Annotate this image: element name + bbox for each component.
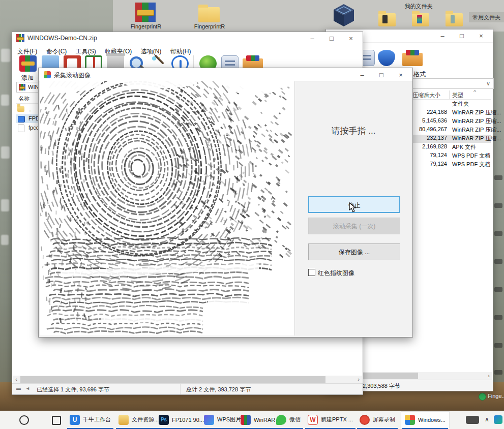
fingerprint-app-tray-icon[interactable] [479, 393, 486, 401]
address-dropdown-icon[interactable]: ∨ [486, 79, 490, 88]
close-button[interactable]: × [471, 29, 491, 42]
minimize-button[interactable]: – [433, 29, 452, 42]
desktop-edge-item [494, 203, 502, 208]
status-sound-icon: ◄ [25, 386, 30, 391]
panel-title: 我的文件夹 [396, 3, 441, 10]
desktop-icon-fingerprint-folder[interactable] [197, 4, 221, 23]
folder-content-decoration [417, 15, 422, 23]
taskbar-app-label: 屏幕录制 [373, 416, 395, 423]
desktop-edge-item [494, 370, 502, 375]
desktop-edge-icon [1, 95, 9, 106]
folder-content-decoration [382, 15, 388, 23]
sfx-box-icon[interactable] [402, 53, 423, 66]
search-icon[interactable] [19, 415, 29, 425]
cell-type: APK 文件 [452, 143, 476, 151]
right-status-text: 2,303,588 字节 [363, 382, 400, 390]
add-button-label: 添加 [21, 74, 34, 82]
photoshop-icon: Ps [159, 415, 169, 425]
desktop-edge-item [494, 287, 502, 292]
desktop-edge-icon [1, 146, 10, 159]
cell-type: WinRAR ZIP 压缩... [452, 135, 501, 142]
desktop-edge-item [494, 259, 502, 264]
panel-divider [294, 81, 295, 335]
window-title: WINDOWS-Demo-CN.zip [27, 35, 97, 42]
main-horizontal-scrollbar[interactable]: ‹ › [13, 376, 362, 383]
dialog-close-button[interactable]: × [391, 69, 410, 81]
taskbar-app-wechat[interactable]: 微信 [273, 411, 304, 428]
mouse-cursor [349, 202, 357, 212]
file-explorer-icon [118, 415, 129, 425]
wps-image-icon [204, 415, 214, 425]
fingerprint-image [40, 81, 294, 335]
maximize-button[interactable]: □ [452, 29, 471, 42]
sort-ascending-icon: ^ [473, 89, 476, 95]
total-status-text: 总计 2 文件, 393,728 字节 [186, 386, 251, 393]
desktop-edge-item [494, 231, 502, 236]
desktop-edge-item [494, 315, 502, 320]
cell-type: WPS PDF 文档 [452, 152, 490, 160]
save-image-button[interactable]: 保存图像 ... [308, 243, 400, 260]
menu-file[interactable]: 文件(F) [17, 48, 37, 55]
status-disk-icon: ▬ [16, 386, 21, 391]
taskbar-app-label: Windows... [418, 417, 446, 423]
name-column-header[interactable]: 名称 [18, 95, 29, 103]
screen-record-icon [360, 415, 370, 425]
taskbar: U 千牛工作台 文件资源... Ps FP1071 90... WPS图片 Wi… [0, 411, 504, 429]
protect-shield-icon[interactable] [378, 50, 395, 66]
scrollbar-thumb[interactable] [20, 376, 325, 383]
menu-help[interactable]: 帮助(H) [170, 48, 191, 55]
dialog-minimize-button[interactable]: – [352, 69, 372, 81]
taskbar-app-label: 千牛工作台 [83, 416, 111, 423]
taskbar-app-label: 微信 [289, 416, 301, 423]
desktop-icon-label: FingerprintR [188, 23, 231, 29]
taskbar-app-screen-record[interactable]: 屏幕录制 [356, 411, 399, 428]
tray-edge-icon[interactable] [494, 415, 502, 424]
desktop-edge-item [494, 175, 502, 180]
tray-recorder-icon[interactable] [466, 416, 479, 424]
column-divider [449, 90, 450, 99]
task-view-icon[interactable] [52, 416, 61, 425]
cell-type: 文件夹 [452, 100, 469, 108]
checkbox-box[interactable] [308, 269, 315, 276]
wps-icon: W [308, 415, 318, 425]
taskbar-app-photoshop[interactable]: Ps FP1071 90... [155, 411, 207, 428]
taskbar-app-qianniu[interactable]: U 千牛工作台 [66, 411, 114, 428]
desktop-icon-fingerprint-archive[interactable] [134, 3, 157, 23]
add-archive-button[interactable] [19, 55, 37, 72]
maximize-button[interactable]: □ [322, 32, 341, 45]
scroll-right-arrow[interactable]: › [355, 376, 362, 383]
folder-icon [17, 106, 24, 112]
desktop-icon-label: FingerprintR [125, 23, 167, 29]
cell-type: WPS PDF 文档 [452, 161, 490, 168]
winrar-archive-icon [135, 3, 156, 22]
windows-app-icon [405, 415, 415, 425]
dialog-titlebar[interactable]: 采集滚动图像 – □ × [39, 68, 412, 82]
scroll-left-arrow[interactable]: ‹ [13, 376, 20, 383]
desktop-edge-icon [1, 199, 9, 211]
menu-tools[interactable]: 工具(S) [76, 48, 96, 55]
taskbar-app-windows-active[interactable]: Windows... [401, 411, 450, 428]
status-divider [180, 384, 181, 394]
taskbar-app-label: 新建PPTX ... [321, 416, 353, 423]
close-button[interactable]: × [341, 32, 361, 45]
menu-options[interactable]: 选项(N) [141, 48, 162, 55]
cell-type: WinRAR ZIP 压缩... [452, 109, 501, 116]
dialog-app-icon [44, 71, 51, 78]
document-file-icon [18, 125, 24, 132]
taskbar-app-wps-pptx[interactable]: W 新建PPTX ... [304, 411, 357, 428]
main-status-bar: ▬ ◄ 已经选择 1 文件, 93,696 字节 总计 2 文件, 393,72… [12, 383, 363, 394]
panel-right-label: 常用文件夹 [469, 12, 504, 22]
main-window-titlebar[interactable]: WINDOWS-Demo-CN.zip – □ × [12, 32, 363, 45]
dialog-maximize-button[interactable]: □ [372, 69, 391, 81]
qianniu-icon: U [70, 415, 80, 425]
minimize-button[interactable]: – [303, 32, 322, 45]
column-type-header[interactable]: 类型 [452, 91, 463, 99]
menu-commands[interactable]: 命令(C) [46, 48, 67, 55]
tray-chevron-icon[interactable]: ∧ [485, 416, 489, 423]
scroll-right-arrow[interactable]: › [485, 372, 492, 380]
column-size-header[interactable]: 压缩后大小 [412, 91, 440, 99]
wechat-icon [276, 415, 286, 425]
cube-app-icon[interactable] [331, 2, 357, 28]
roll-capture-button[interactable]: 滚动采集 (一次) [308, 218, 400, 234]
folder-icon [198, 7, 220, 22]
